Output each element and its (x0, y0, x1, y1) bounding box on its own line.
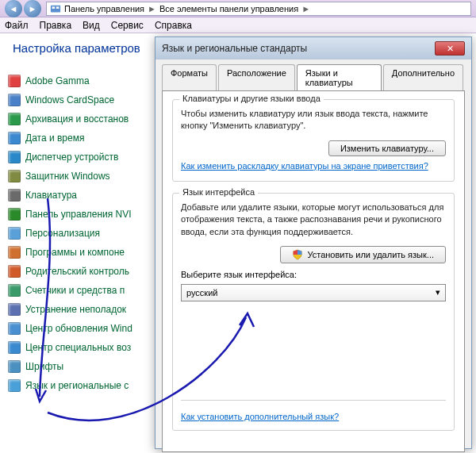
install-additional-link[interactable]: Как установить дополнительный язык? (181, 412, 339, 421)
item-icon (8, 189, 21, 202)
sidebar-item[interactable]: Шрифты (8, 357, 157, 376)
item-icon (8, 208, 21, 221)
sidebar-item-label: Дата и время (25, 132, 84, 144)
sidebar-item-label: Центр специальных воз (25, 342, 131, 353)
menu-help[interactable]: Справка (155, 20, 192, 31)
sidebar-item[interactable]: Язык и региональные с (8, 376, 157, 395)
menu-edit[interactable]: Правка (40, 20, 72, 31)
select-language-label: Выберите язык интерфейса: (181, 270, 446, 279)
sidebar-item[interactable]: Диспетчер устройств (8, 148, 157, 167)
item-icon (8, 227, 21, 240)
group-title: Клавиатуры и другие языки ввода (179, 94, 324, 103)
svg-rect-1 (52, 6, 56, 9)
language-select[interactable]: русский ▾ (181, 284, 446, 301)
sidebar-item[interactable]: Защитник Windows (8, 167, 157, 186)
keyboards-group: Клавиатуры и другие языки ввода Чтобы из… (172, 99, 455, 182)
close-icon: ✕ (447, 44, 454, 54)
close-button[interactable]: ✕ (435, 41, 465, 56)
sidebar-item-label: Счетчики и средства п (25, 285, 125, 296)
tab-advanced[interactable]: Дополнительно (383, 64, 463, 90)
menu-bar: Файл Правка Вид Сервис Справка (0, 17, 476, 33)
sidebar-item-label: Шрифты (25, 361, 63, 372)
chevron-down-icon: ▾ (436, 287, 440, 298)
item-icon (8, 151, 21, 163)
change-keyboard-button[interactable]: Изменить клавиатуру... (328, 140, 446, 156)
sidebar-item-label: Устранение неполадок (25, 304, 126, 315)
breadcrumb[interactable]: Панель управления ► Все элементы панели … (46, 2, 471, 16)
item-icon (8, 132, 21, 144)
breadcrumb-seg[interactable]: Панель управления (64, 4, 144, 13)
item-icon (8, 341, 21, 354)
interface-language-group: Язык интерфейса Добавьте или удалите язы… (172, 193, 455, 431)
sidebar-item[interactable]: Архивация и восстанов (8, 109, 157, 129)
item-icon (8, 360, 21, 373)
sidebar-item-label: Windows CardSpace (25, 94, 114, 106)
sidebar-item-label: Защитник Windows (25, 171, 110, 182)
item-icon (8, 170, 21, 182)
tab-keyboards[interactable]: Языки и клавиатуры (297, 64, 382, 90)
item-icon (8, 284, 21, 297)
welcome-screen-layout-link[interactable]: Как изменить раскладку клавиатуры на экр… (181, 161, 428, 171)
sidebar-item-label: Центр обновления Wind (25, 323, 132, 334)
sidebar-item[interactable]: Центр обновления Wind (8, 319, 157, 338)
sidebar-item[interactable]: Центр специальных воз (8, 338, 157, 357)
tab-location[interactable]: Расположение (218, 64, 295, 90)
svg-rect-2 (56, 6, 60, 9)
sidebar-item[interactable]: Устранение неполадок (8, 300, 157, 319)
sidebar-item-label: Родительский контроль (25, 266, 129, 277)
dialog-titlebar[interactable]: Язык и региональные стандарты ✕ (155, 37, 471, 60)
item-icon (8, 322, 21, 335)
arrow-right-icon: ► (29, 4, 37, 13)
sidebar-item[interactable]: Windows CardSpace (8, 90, 157, 109)
sidebar-item[interactable]: Панель управления NVI (8, 205, 157, 224)
sidebar-item-label: Персонализация (25, 228, 100, 239)
sidebar-item-label: Панель управления NVI (25, 209, 132, 220)
sidebar-item[interactable]: Программы и компоне (8, 243, 157, 262)
region-language-dialog: Язык и региональные стандарты ✕ Форматы … (155, 36, 472, 449)
back-button[interactable]: ◄ (5, 0, 22, 17)
item-icon (8, 246, 21, 259)
sidebar-item[interactable]: Adobe Gamma (8, 71, 157, 90)
forward-button[interactable]: ► (24, 0, 41, 17)
item-icon (8, 113, 21, 125)
breadcrumb-sep-icon: ► (148, 4, 156, 13)
nav-buttons: ◄ ► (5, 0, 41, 17)
breadcrumb-sep-icon: ► (301, 4, 310, 13)
control-panel-items: Adobe GammaWindows CardSpaceАрхивация и … (0, 71, 157, 395)
item-icon (8, 265, 21, 278)
sidebar-item[interactable]: Дата и время (8, 129, 157, 148)
tab-panel: Клавиатуры и другие языки ввода Чтобы из… (162, 90, 465, 452)
sidebar-item-label: Диспетчер устройств (25, 152, 118, 163)
install-language-button[interactable]: Установить или удалить язык... (280, 246, 447, 263)
sidebar-item[interactable]: Персонализация (8, 224, 157, 243)
arrow-left-icon: ◄ (10, 4, 18, 13)
shield-icon (292, 249, 303, 260)
sidebar-item-label: Программы и компоне (25, 247, 125, 258)
item-icon (8, 303, 21, 316)
menu-view[interactable]: Вид (83, 20, 100, 31)
group-title: Язык интерфейса (179, 187, 258, 197)
sidebar-item[interactable]: Счетчики и средства п (8, 281, 157, 300)
item-icon (8, 75, 21, 87)
breadcrumb-seg[interactable]: Все элементы панели управления (159, 4, 298, 13)
selected-value: русский (186, 288, 217, 298)
item-icon (8, 379, 21, 392)
group-desc: Добавьте или удалите языки, которые могу… (181, 202, 446, 238)
dialog-title: Язык и региональные стандарты (162, 43, 307, 54)
tab-strip: Форматы Расположение Языки и клавиатуры … (155, 60, 471, 90)
item-icon (8, 94, 21, 106)
group-desc: Чтобы изменить клавиатуру или язык ввода… (181, 108, 446, 132)
sidebar-item[interactable]: Родительский контроль (8, 262, 157, 281)
explorer-address-bar: ◄ ► Панель управления ► Все элементы пан… (0, 0, 476, 17)
menu-file[interactable]: Файл (5, 20, 29, 31)
control-panel-icon (50, 3, 61, 14)
menu-services[interactable]: Сервис (111, 20, 144, 31)
sidebar-item-label: Архивация и восстанов (25, 113, 129, 125)
tab-formats[interactable]: Форматы (162, 64, 217, 90)
sidebar-item-label: Язык и региональные с (25, 380, 129, 391)
sidebar-item-label: Adobe Gamma (25, 75, 90, 86)
sidebar-item[interactable]: Клавиатура (8, 186, 157, 205)
sidebar-item-label: Клавиатура (25, 190, 77, 201)
